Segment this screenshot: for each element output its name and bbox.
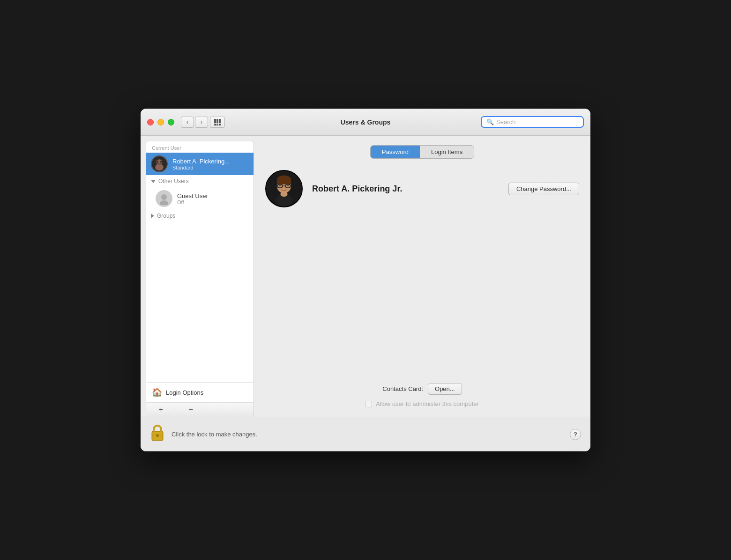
tab-group: Password Login Items: [370, 145, 474, 159]
svg-point-3: [157, 161, 159, 163]
remove-user-button[interactable]: −: [176, 403, 206, 417]
svg-point-19: [287, 185, 289, 186]
window: ‹ › Users & Groups 🔍 Current User: [141, 109, 590, 451]
svg-line-17: [290, 185, 292, 186]
tabs-container: Password Login Items: [265, 145, 579, 159]
main-user-name: Robert A. Pickering Jr.: [312, 184, 508, 194]
content-area: Current User: [141, 136, 590, 417]
close-button[interactable]: [147, 119, 154, 125]
groups-header[interactable]: Groups: [146, 210, 254, 222]
current-user-info: Robert A. Pickering... Standard: [172, 158, 249, 170]
svg-line-16: [276, 185, 278, 186]
other-users-label: Other Users: [158, 178, 189, 184]
grid-view-button[interactable]: [210, 117, 225, 128]
user-detail: Robert A. Pickering Jr. Change Password.…: [265, 170, 579, 207]
traffic-lights: [147, 119, 174, 125]
sidebar: Current User: [146, 141, 254, 417]
forward-button[interactable]: ›: [195, 117, 208, 128]
sidebar-footer: 🏠 Login Options + −: [146, 382, 254, 417]
minimize-button[interactable]: [157, 119, 164, 125]
guest-avatar: [156, 190, 172, 207]
svg-rect-5: [155, 160, 157, 161]
current-user-type: Standard: [172, 165, 249, 170]
contacts-card-label: Contacts Card:: [382, 385, 423, 392]
add-user-button[interactable]: +: [146, 403, 176, 417]
avatar: [151, 155, 168, 172]
main-user-avatar: [265, 170, 303, 207]
lock-svg: [150, 424, 165, 442]
sidebar-list: Current User: [146, 141, 254, 382]
nav-buttons: ‹ ›: [181, 117, 208, 128]
login-options-label: Login Options: [166, 389, 203, 396]
collapse-icon: [151, 180, 156, 183]
house-icon: 🏠: [152, 387, 162, 398]
contacts-card-row: Contacts Card: Open...: [265, 383, 579, 395]
svg-rect-6: [161, 160, 163, 161]
allow-admin-row: Allow user to administer this computer: [265, 400, 579, 407]
tab-password[interactable]: Password: [371, 146, 420, 158]
main-avatar-image: [266, 171, 302, 206]
login-options-row[interactable]: 🏠 Login Options: [146, 383, 254, 402]
svg-point-18: [279, 185, 281, 186]
change-password-button[interactable]: Change Password...: [508, 183, 579, 195]
guest-user-status: Off: [177, 199, 208, 205]
back-button[interactable]: ‹: [181, 117, 194, 128]
content-spacer: [265, 217, 579, 383]
svg-point-2: [155, 164, 164, 170]
search-icon: 🔍: [486, 118, 494, 125]
svg-point-7: [161, 194, 167, 200]
svg-point-8: [160, 200, 168, 205]
lock-icon[interactable]: [150, 424, 165, 445]
guest-user-info: Guest User Off: [177, 192, 208, 205]
window-title: Users & Groups: [341, 118, 391, 126]
search-box[interactable]: 🔍: [481, 116, 584, 128]
bottom-bar: Click the lock to make changes. ?: [141, 417, 590, 451]
current-user-row[interactable]: Robert A. Pickering... Standard: [146, 153, 254, 175]
forward-icon: ›: [201, 119, 202, 125]
open-contacts-button[interactable]: Open...: [428, 383, 462, 395]
guest-user-name: Guest User: [177, 192, 208, 199]
maximize-button[interactable]: [168, 119, 174, 125]
allow-admin-checkbox[interactable]: [366, 401, 372, 407]
other-users-header[interactable]: Other Users: [146, 175, 254, 187]
main-panel: Password Login Items: [254, 136, 590, 417]
sidebar-actions: + −: [146, 402, 254, 417]
user-avatar-image: [152, 156, 167, 171]
lock-text: Click the lock to make changes.: [172, 431, 563, 438]
grid-icon: [214, 119, 221, 125]
tab-login-items[interactable]: Login Items: [420, 146, 474, 158]
guest-user-row[interactable]: Guest User Off: [146, 187, 254, 210]
titlebar: ‹ › Users & Groups 🔍: [141, 109, 590, 136]
back-icon: ‹: [186, 119, 188, 125]
guest-avatar-image: [157, 192, 171, 205]
current-user-name: Robert A. Pickering...: [172, 158, 249, 165]
expand-icon: [151, 214, 154, 218]
svg-point-27: [156, 434, 159, 437]
svg-point-21: [280, 192, 287, 197]
groups-label: Groups: [157, 213, 175, 219]
action-spacer: [206, 403, 254, 417]
help-button[interactable]: ?: [570, 429, 581, 440]
search-input[interactable]: [496, 118, 578, 125]
current-user-header: Current User: [146, 141, 254, 153]
svg-point-4: [160, 161, 162, 163]
allow-admin-label: Allow user to administer this computer: [376, 400, 479, 407]
